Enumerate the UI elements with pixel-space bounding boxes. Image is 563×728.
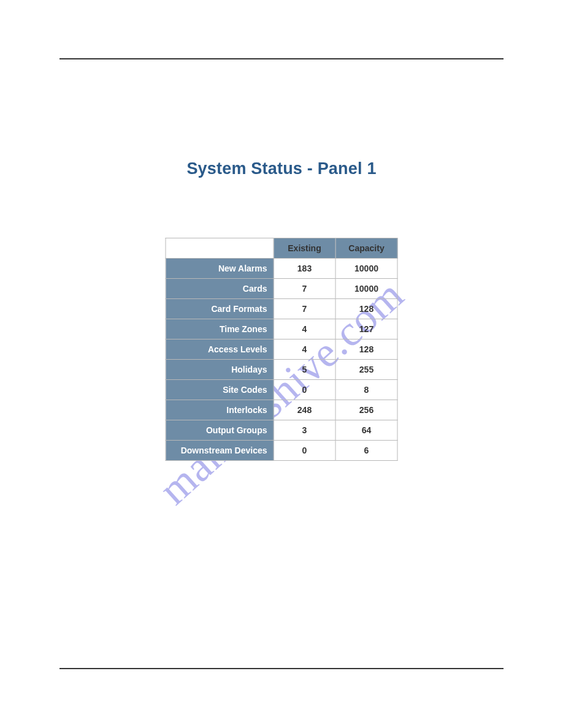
table-row: Time Zones 4 127: [166, 319, 397, 339]
row-label: Access Levels: [166, 339, 274, 360]
table-row: Cards 7 10000: [166, 279, 397, 299]
row-existing: 0: [274, 441, 335, 461]
row-capacity: 10000: [335, 279, 397, 299]
table-row: Interlocks 248 256: [166, 400, 397, 420]
document-page: System Status - Panel 1 manualshive.com …: [0, 0, 563, 728]
header-existing: Existing: [274, 238, 335, 259]
row-existing: 4: [274, 319, 335, 339]
bottom-divider: [59, 668, 504, 669]
row-existing: 7: [274, 299, 335, 319]
row-capacity: 128: [335, 299, 397, 319]
top-divider: [59, 58, 504, 59]
table-row: New Alarms 183 10000: [166, 259, 397, 279]
header-capacity: Capacity: [335, 238, 397, 259]
row-capacity: 256: [335, 400, 397, 420]
row-label: Downstream Devices: [166, 441, 274, 461]
table-row: Access Levels 4 128: [166, 339, 397, 360]
row-label: Time Zones: [166, 319, 274, 339]
row-capacity: 10000: [335, 259, 397, 279]
table-row: Downstream Devices 0 6: [166, 441, 397, 461]
status-table-wrap: Existing Capacity New Alarms 183 10000 C…: [166, 238, 398, 461]
table-row: Holidays 5 255: [166, 360, 397, 380]
header-blank: [166, 238, 274, 259]
row-existing: 0: [274, 380, 335, 400]
row-existing: 4: [274, 339, 335, 360]
row-capacity: 128: [335, 339, 397, 360]
table-row: Card Formats 7 128: [166, 299, 397, 319]
row-capacity: 255: [335, 360, 397, 380]
row-label: Cards: [166, 279, 274, 299]
row-existing: 183: [274, 259, 335, 279]
row-capacity: 64: [335, 420, 397, 441]
row-capacity: 6: [335, 441, 397, 461]
status-table: Existing Capacity New Alarms 183 10000 C…: [166, 238, 398, 461]
page-title: System Status - Panel 1: [0, 159, 563, 178]
table-row: Output Groups 3 64: [166, 420, 397, 441]
row-capacity: 8: [335, 380, 397, 400]
row-label: New Alarms: [166, 259, 274, 279]
row-label: Interlocks: [166, 400, 274, 420]
row-capacity: 127: [335, 319, 397, 339]
row-label: Card Formats: [166, 299, 274, 319]
row-label: Output Groups: [166, 420, 274, 441]
row-existing: 248: [274, 400, 335, 420]
row-existing: 5: [274, 360, 335, 380]
table-header-row: Existing Capacity: [166, 238, 397, 259]
table-row: Site Codes 0 8: [166, 380, 397, 400]
row-label: Holidays: [166, 360, 274, 380]
row-existing: 7: [274, 279, 335, 299]
row-existing: 3: [274, 420, 335, 441]
row-label: Site Codes: [166, 380, 274, 400]
